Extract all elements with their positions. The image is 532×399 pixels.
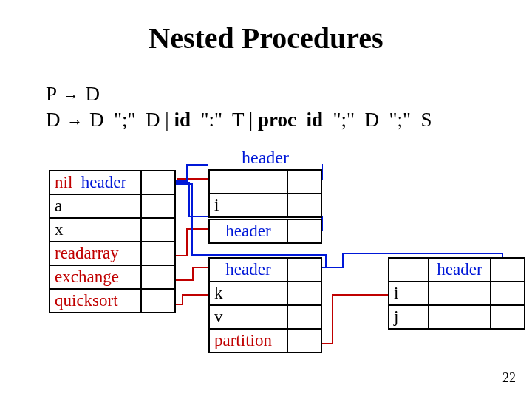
cell-label: x — [50, 218, 141, 242]
table-i: header i — [208, 148, 322, 218]
header-label: header — [209, 258, 287, 282]
table-row: header — [389, 258, 525, 282]
cell-label: exchange — [50, 265, 141, 289]
cell-label: a — [50, 194, 141, 218]
table-row: readarray — [50, 242, 175, 265]
table-row: nil header — [50, 171, 175, 194]
table-row: j — [389, 305, 525, 329]
table-kvp: header k v partition — [208, 257, 322, 353]
table-row: header — [209, 219, 321, 243]
table-main: nil header a x readarray exchange quicks… — [49, 170, 176, 313]
cell-label: j — [389, 305, 429, 329]
table-row: i — [209, 194, 321, 217]
table-row: partition — [209, 329, 321, 352]
cell-label: quicksort — [50, 289, 141, 313]
cell-label: readarray — [50, 242, 141, 265]
cell-label: i — [209, 194, 287, 217]
nil-label: nil — [55, 173, 72, 191]
cell-label: partition — [209, 329, 287, 352]
table-row: x — [50, 218, 175, 242]
table-row: v — [209, 305, 321, 329]
table-row: exchange — [50, 265, 175, 289]
cell-label: v — [209, 305, 287, 329]
table-row: k — [209, 282, 321, 305]
table-ij: header i j — [388, 257, 525, 330]
page-number: 22 — [502, 370, 516, 386]
cell-label: k — [209, 282, 287, 305]
table-empty: header — [208, 219, 322, 244]
table-row — [209, 170, 321, 194]
header-label: header — [209, 219, 287, 243]
table-row: i — [389, 282, 525, 305]
header-label: header — [209, 148, 321, 170]
table-row: header — [209, 258, 321, 282]
header-label: header — [81, 173, 126, 191]
table-row: quicksort — [50, 289, 175, 313]
table-row: a — [50, 194, 175, 218]
cell-label: i — [389, 282, 429, 305]
header-label: header — [429, 258, 491, 282]
